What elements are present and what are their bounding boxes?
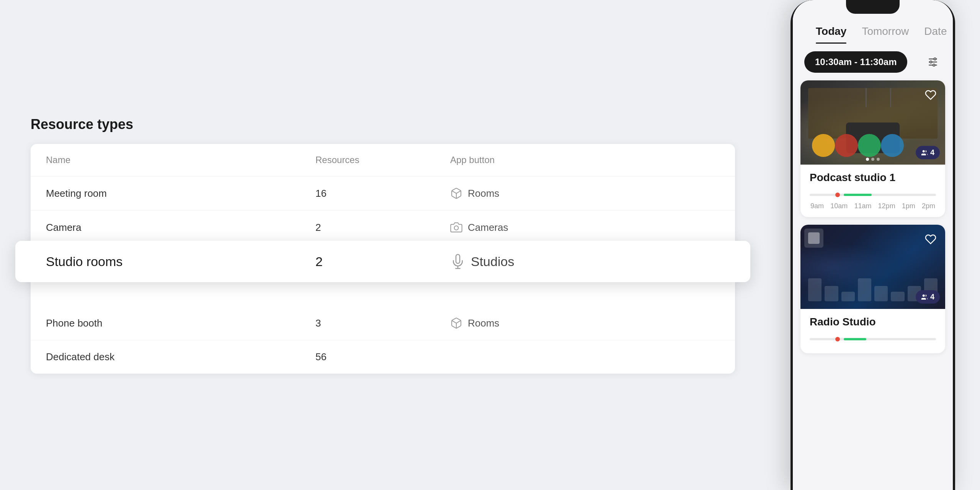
table-row: Meeting room 16 Rooms [31,176,735,211]
row-appbtn[interactable]: Studios [450,254,720,269]
favorite-button[interactable] [922,87,939,103]
section-title: Resource types [31,116,735,132]
studio-name: Radio Studio [810,316,936,328]
col-header-appbutton: App button [450,155,720,165]
cube-icon [450,317,462,329]
table-row: Camera 2 Cameras [31,211,735,245]
heart-icon [925,89,936,101]
people-icon [921,149,928,156]
dot [877,158,880,161]
row-appbtn[interactable]: Cameras [450,221,720,234]
svg-point-10 [933,64,935,66]
favorite-button[interactable] [922,231,939,248]
dot [871,158,874,161]
people-count-badge: 4 [916,290,940,304]
row-name: Studio rooms [46,254,315,269]
tab-date[interactable]: Date [916,21,953,44]
timeline-track [810,338,936,340]
table-row: Phone booth 3 Rooms [31,306,735,340]
studio-name: Podcast studio 1 [810,172,936,184]
svg-point-1 [454,226,459,230]
phone-notch [846,0,900,14]
image-dots [866,158,880,161]
row-resources: 16 [315,188,450,199]
row-appbtn-label: Rooms [468,188,499,199]
timeline [810,333,936,345]
timeline-current [835,193,840,197]
svg-point-8 [934,58,936,60]
time-range-badge[interactable]: 10:30am - 11:30am [804,51,907,73]
row-name: Camera [46,222,315,234]
people-count-badge: 4 [916,146,940,159]
timeline-current [835,337,840,341]
row-resources: 3 [315,317,450,329]
studio-card-podcast[interactable]: 4 Podcast studio 1 9am 10am [800,80,945,217]
dot [866,158,869,161]
right-panel: Today Tomorrow Date 10:30am - 11:30am [766,0,980,490]
studio-info: Podcast studio 1 9am 10am 11am 12pm [800,165,945,217]
people-icon [921,294,928,301]
row-appbtn[interactable]: Rooms [450,187,720,199]
tab-bar: Today Tomorrow Date [793,14,953,44]
row-appbtn-label: Studios [471,254,514,269]
row-resources: 2 [315,254,450,269]
row-resources: 2 [315,222,450,234]
tab-tomorrow[interactable]: Tomorrow [854,21,916,44]
row-appbtn-label: Rooms [468,317,499,329]
svg-point-9 [930,61,932,63]
table-row: Dedicated desk 56 [31,340,735,374]
studio-info: Radio Studio [800,309,945,353]
row-appbtn-label: Cameras [468,222,508,234]
studio-image-radio: 4 [800,225,945,309]
row-name: Dedicated desk [46,351,315,363]
timeline-booked [844,338,866,340]
time-filter-row: 10:30am - 11:30am [804,51,941,73]
phone-frame: Today Tomorrow Date 10:30am - 11:30am [791,0,955,490]
camera-icon [450,221,462,234]
studio-image-podcast: 4 [800,80,945,165]
resource-types-table: Name Resources App button Meeting room 1… [31,144,735,374]
cube-icon [450,187,462,199]
phone-wrapper: Today Tomorrow Date 10:30am - 11:30am [791,0,955,490]
mic-icon [450,254,466,269]
row-name: Phone booth [46,317,315,329]
col-header-name: Name [46,155,315,165]
svg-point-11 [923,150,925,152]
left-panel: Resource types Name Resources App button… [0,0,766,490]
highlighted-row[interactable]: Studio rooms 2 Studios [15,241,750,282]
timeline-booked [844,194,872,196]
table-header: Name Resources App button [31,144,735,176]
timeline-labels: 9am 10am 11am 12pm 1pm 2pm [810,202,936,210]
svg-point-12 [923,294,925,297]
row-appbtn[interactable]: Rooms [450,317,720,329]
studio-card-radio[interactable]: 4 Radio Studio [800,225,945,353]
row-name: Meeting room [46,188,315,199]
timeline [810,189,936,201]
sliders-icon [927,56,939,68]
phone-screen: Today Tomorrow Date 10:30am - 11:30am [793,0,953,490]
row-resources: 56 [315,351,450,363]
col-header-resources: Resources [315,155,450,165]
timeline-track [810,194,936,196]
tab-today[interactable]: Today [808,21,854,44]
heart-icon [925,234,936,245]
filter-button[interactable] [924,54,941,70]
